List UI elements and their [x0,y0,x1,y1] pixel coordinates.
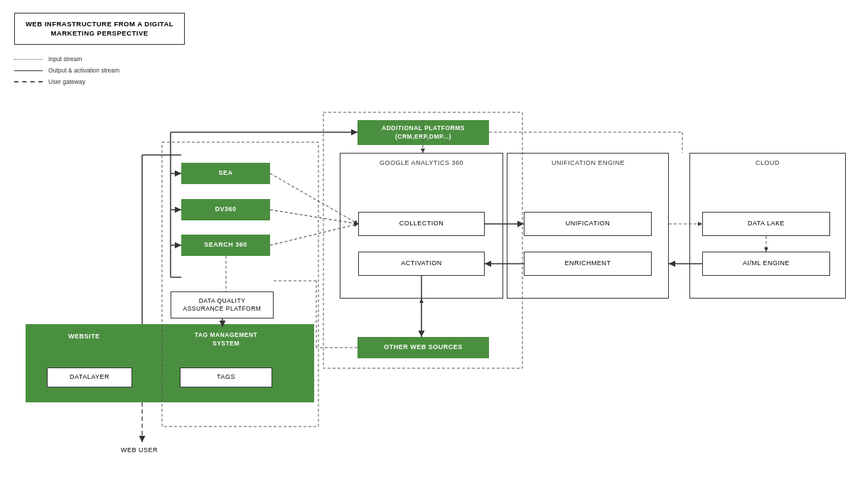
search360-label: SEARCH 360 [204,241,247,250]
activation-label: ACTIVATION [401,259,442,268]
legend-label-dotted: Input stream [48,55,82,63]
web-user-label: WEB USER [121,446,158,454]
website-label: WEBSITE [68,333,100,340]
legend: Input stream Output & activation stream … [14,55,119,90]
sea-label: SEA [218,169,232,178]
legend-line-solid [14,70,43,71]
dv360-label: DV360 [215,205,236,214]
sea-box: SEA [181,163,270,184]
collection-box: COLLECTION [358,212,485,236]
legend-item-dashed: User gateway [14,78,119,85]
datalayer-box: DATALAYER [47,368,132,387]
search360-box: SEARCH 360 [181,235,270,256]
additional-platforms-box: ADDITIONAL PLATFORMS(CRM,ERP,DMP...) [358,120,489,145]
cloud-label: CLOUD [718,159,817,166]
legend-line-dashed [14,81,43,82]
enrichment-label: ENRICHMENT [565,259,611,268]
other-web-sources-label: OTHER WEB SOURCES [384,343,463,352]
ga360-label: GOOGLE ANALYTICS 360 [361,159,482,166]
legend-item-solid: Output & activation stream [14,67,119,74]
title-box: WEB INFRASTRUCTURE FROM A DIGITAL MARKET… [14,13,185,45]
additional-platforms-label: ADDITIONAL PLATFORMS(CRM,ERP,DMP...) [382,124,465,140]
activation-box: ACTIVATION [358,252,485,276]
title-text: WEB INFRASTRUCTURE FROM A DIGITAL [26,20,173,28]
enrichment-box: ENRICHMENT [524,252,652,276]
tags-label: TAGS [217,373,235,382]
data-quality-box: DATA QUALITYASSURANCE PLATFORM [171,291,274,318]
dv360-box: DV360 [181,199,270,220]
aiml-engine-box: AI/ML ENGINE [702,252,830,276]
unification-label: UNIFICATION [566,220,610,228]
datalayer-label: DATALAYER [70,373,109,382]
tags-box: TAGS [180,368,272,387]
tag-management-label: TAG MANAGEMENTSYSTEM [195,331,258,347]
other-web-sources-box: OTHER WEB SOURCES [358,337,489,358]
legend-item-dotted: Input stream [14,55,119,63]
diagram-container: WEB INFRASTRUCTURE FROM A DIGITAL MARKET… [0,0,860,504]
collection-label: COLLECTION [399,220,444,228]
unification-engine-label: UNIFICATION ENGINE [519,159,657,166]
data-lake-box: DATA LAKE [702,212,830,236]
data-quality-label: DATA QUALITYASSURANCE PLATFORM [183,297,262,313]
unification-box: UNIFICATION [524,212,652,236]
legend-label-solid: Output & activation stream [48,67,119,74]
legend-line-dotted [14,59,43,60]
aiml-engine-label: AI/ML ENGINE [743,259,790,268]
data-lake-label: DATA LAKE [748,220,785,228]
tag-management-box: TAG MANAGEMENTSYSTEM [180,327,272,352]
title-text2: MARKETING PERSPECTIVE [50,29,148,37]
legend-label-dashed: User gateway [48,78,85,85]
